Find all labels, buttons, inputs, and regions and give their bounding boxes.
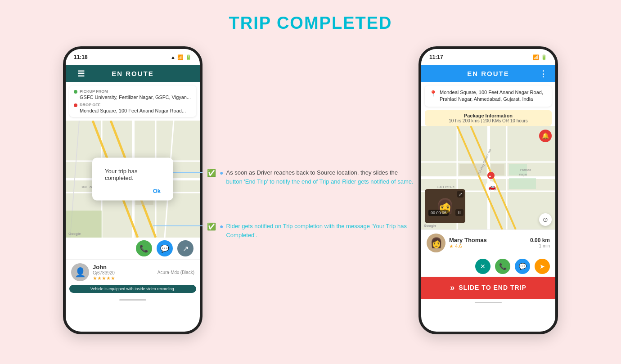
- package-info-detail: 10 hrs 200 kms | 200 KMs OR 10 hours: [429, 118, 547, 123]
- page-title: TRIP COMPLETED: [229, 13, 392, 33]
- driver-distance: 0.00 km: [530, 237, 550, 243]
- annotation-second-text: Rider gets notified on Trip completion w…: [226, 222, 414, 239]
- right-time: 11:17: [429, 54, 443, 60]
- right-driver-distance-time: 0.00 km 1 min: [530, 237, 550, 248]
- left-time: 11:18: [74, 54, 88, 60]
- video-recording-badge: Vehicle is equipped with inside video re…: [69, 285, 196, 293]
- svg-text:🚗: 🚗: [488, 183, 496, 191]
- driver-rating: 4.6: [455, 243, 462, 249]
- right-status-bar: 11:17 📶 🔋: [421, 49, 555, 65]
- right-chat-button[interactable]: 💬: [515, 259, 530, 274]
- bell-icon[interactable]: 🔔: [539, 130, 552, 142]
- check-icon-second: ✅: [207, 222, 216, 231]
- pickup-value: GSFC University, Fertilizer Nagar, GSFC,…: [74, 94, 192, 100]
- annotation-first: ✅ ● As soon as Driver reaches back to So…: [207, 168, 414, 186]
- dots-menu-icon[interactable]: ⋮: [539, 69, 548, 79]
- driver-avatar: 👤: [71, 263, 89, 281]
- dropoff-label: DROP OFF: [80, 103, 100, 107]
- annotation-first-text: As soon as Driver reaches back to Source…: [226, 168, 414, 186]
- annotation-highlight-first: button 'End Trip' to notify the end of T…: [226, 178, 413, 185]
- dropoff-value: Mondeal Square, 100 Feet Anand Nagar Roa…: [74, 108, 192, 113]
- video-pause-button[interactable]: ⏸: [455, 209, 464, 216]
- driver-car: Acura-Mdx (Black): [158, 270, 194, 275]
- hamburger-icon[interactable]: ☰: [77, 69, 86, 79]
- left-connector-line-second: [153, 225, 202, 226]
- left-app-header: ☰ EN ROUTE: [66, 65, 200, 82]
- right-action-row: ✕ 📞 💬 ➤: [421, 256, 555, 277]
- svg-rect-35: [509, 178, 536, 189]
- slide-arrows-icon: »: [450, 283, 455, 292]
- main-content: 11:18 ▲ 📶 🔋 ☰ EN ROUTE PICKUP FROM GSFC …: [0, 46, 621, 334]
- svg-text:Prahlad: Prahlad: [520, 168, 531, 171]
- right-call-button[interactable]: 📞: [495, 259, 510, 274]
- pickup-dot: [74, 90, 77, 94]
- slide-button-label: SLIDE TO END TRIP: [459, 284, 526, 291]
- right-status-icons: 📶 🔋: [533, 54, 547, 60]
- left-home-bar: [66, 296, 200, 304]
- left-status-icons: ▲ 📶 🔋: [171, 54, 192, 60]
- right-app-header: EN ROUTE ⋮: [421, 65, 555, 82]
- location-recenter-button[interactable]: ⊙: [539, 213, 552, 226]
- left-action-icons-row: 📞 💬 ↗: [66, 238, 200, 259]
- location-pin-icon: 📍: [429, 90, 437, 97]
- driver-id: Gj6783920: [93, 270, 154, 275]
- svg-text:●: ●: [489, 174, 491, 179]
- video-expand-button[interactable]: ⤢: [457, 191, 464, 198]
- location-address: Mondeal Square, 100 Feet Anand Nagar Roa…: [440, 89, 547, 103]
- right-header-title: EN ROUTE: [467, 70, 509, 77]
- right-wifi-icon: 📶: [533, 54, 539, 60]
- home-bar-line: [119, 299, 146, 301]
- annotation-dot-second: ●: [220, 223, 223, 230]
- left-header-title: EN ROUTE: [112, 70, 154, 77]
- package-info-card: Package Information 10 hrs 200 kms | 200…: [425, 110, 552, 126]
- annotation-second: ✅ ● Rider gets notified on Trip completi…: [207, 222, 414, 239]
- dropoff-dot: [74, 103, 77, 107]
- annotation-highlight-second: Rider gets notified on Trip completion w…: [226, 223, 407, 238]
- left-phone-mockup: 11:18 ▲ 📶 🔋 ☰ EN ROUTE PICKUP FROM GSFC …: [63, 46, 202, 334]
- right-home-bar-line: [475, 302, 502, 303]
- video-timer: 00:00:05: [428, 210, 449, 216]
- cancel-trip-button[interactable]: ✕: [475, 259, 490, 274]
- annotation-dot-first: ●: [220, 169, 223, 176]
- package-info-title: Package Information: [429, 113, 547, 118]
- video-overlay: 👩 ⤢ 00:00:05 ⏸: [425, 189, 465, 223]
- svg-text:nagar: nagar: [519, 173, 528, 176]
- right-phone-mockup: 11:17 📶 🔋 EN ROUTE ⋮ 📍 Mondeal Square, 1…: [418, 46, 558, 334]
- check-icon-first: ✅: [207, 169, 216, 177]
- left-route-info: PICKUP FROM GSFC University, Fertilizer …: [69, 85, 196, 117]
- wifi-icon: 📶: [177, 54, 184, 60]
- svg-text:Google: Google: [424, 224, 436, 228]
- call-button[interactable]: 📞: [136, 240, 152, 256]
- driver-name: John: [93, 264, 154, 270]
- right-driver-name: Mary Thomas: [449, 237, 526, 243]
- slide-to-end-trip-button[interactable]: » SLIDE TO END TRIP: [421, 277, 555, 299]
- share-button[interactable]: ↗: [177, 240, 194, 256]
- right-home-bar: [421, 299, 555, 307]
- right-location-card: 📍 Mondeal Square, 100 Feet Anand Nagar R…: [425, 85, 552, 107]
- driver-eta: 1 min: [530, 243, 550, 248]
- trip-completed-dialog: Your trip has completed. Ok: [92, 158, 173, 201]
- right-share-button[interactable]: ➤: [535, 259, 550, 274]
- right-driver-avatar: 👩: [427, 234, 446, 252]
- pickup-label: PICKUP FROM: [80, 89, 108, 94]
- trip-dialog-ok[interactable]: Ok: [153, 188, 161, 194]
- right-map-area: 5G Hwy Service Rd 100 Feet Rd Prahlad na…: [421, 126, 555, 229]
- right-battery-icon: 🔋: [541, 54, 547, 60]
- right-driver-stars: ★ 4.6: [449, 243, 526, 249]
- driver-info: John Gj6783920 ★★★★★: [93, 264, 154, 281]
- star-icon: ★: [449, 243, 454, 249]
- right-driver-row: 👩 Mary Thomas ★ 4.6 0.00 km 1 min: [421, 229, 555, 256]
- left-status-bar: 11:18 ▲ 📶 🔋: [66, 49, 200, 65]
- right-driver-info: Mary Thomas ★ 4.6: [449, 237, 526, 249]
- left-map-area: 5G Hwy 350 100 Feet Rd 🚗 ! Google Your t…: [66, 121, 200, 238]
- driver-stars: ★★★★★: [93, 275, 154, 281]
- battery-icon: 🔋: [185, 54, 192, 60]
- svg-text:Google: Google: [68, 232, 81, 236]
- chat-button[interactable]: 💬: [157, 240, 173, 256]
- left-driver-bottom: 👤 John Gj6783920 ★★★★★ Acura-Mdx (Black): [66, 259, 200, 285]
- svg-text:100 Feet Rd: 100 Feet Rd: [437, 185, 454, 189]
- annotations-panel: ✅ ● As soon as Driver reaches back to So…: [202, 141, 418, 239]
- trip-dialog-message: Your trip has completed.: [105, 168, 161, 181]
- location-icon: ▲: [171, 54, 176, 60]
